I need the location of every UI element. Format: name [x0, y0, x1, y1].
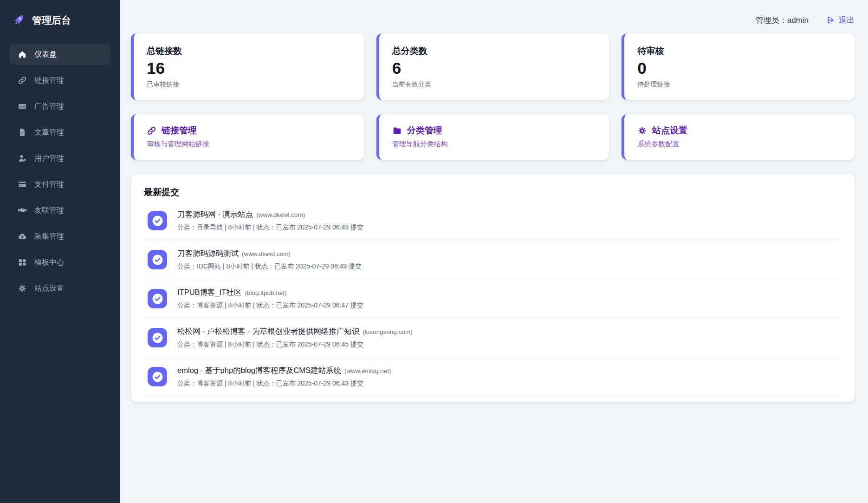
sign-out-icon [826, 16, 835, 25]
rocket-icon [11, 13, 26, 28]
folder-icon [392, 126, 402, 136]
stat-card-total-categories: 总分类数 6 当前有效分类 [376, 33, 609, 100]
gear-icon [17, 284, 27, 293]
submission-domain: (www.dkewl.com) [256, 211, 305, 218]
handshake-icon [17, 206, 27, 215]
sidebar-item-settings[interactable]: 站点设置 [9, 278, 110, 299]
app-logo: 管理后台 [9, 12, 110, 44]
main-content: 管理员：admin 退出 总链接数 16 已审核链接 总分类数 6 当前有效分类… [120, 0, 868, 503]
sidebar-item-articles[interactable]: 文章管理 [9, 122, 110, 143]
action-title: 分类管理 [407, 124, 442, 137]
submission-meta: 分类：IDC网站 | 8小时前 | 状态：已发布 2025-07-29 06:4… [177, 262, 362, 271]
submission-meta: 分类：博客资源 | 8小时前 | 状态：已发布 2025-07-29 06:45… [177, 340, 413, 349]
submission-list-item: 刀客源码网 - 演示站点(www.dkewl.com) 分类：目录导航 | 8小… [144, 201, 842, 240]
sidebar-item-label: 用户管理 [34, 154, 64, 163]
sidebar-item-templates[interactable]: 模板中心 [9, 252, 110, 273]
check-badge [148, 367, 167, 386]
user-gear-icon [17, 154, 27, 163]
submission-title: emlog - 基于php的blog博客程序及CMS建站系统 [177, 366, 341, 374]
stat-title: 总分类数 [392, 45, 596, 57]
action-subtitle: 审核与管理网站链接 [147, 140, 351, 149]
check-circle-icon [152, 215, 163, 227]
sidebar-item-users[interactable]: 用户管理 [9, 148, 110, 169]
check-circle-icon [152, 254, 163, 266]
check-badge [148, 250, 167, 269]
latest-submissions-heading: 最新提交 [144, 186, 842, 198]
logout-button[interactable]: 退出 [826, 15, 855, 26]
sidebar-item-links[interactable]: 链接管理 [9, 70, 110, 91]
cloud-download-icon [17, 232, 27, 241]
grid-icon [17, 258, 27, 267]
stat-value: 16 [147, 59, 351, 78]
stat-subtitle: 待处理链接 [637, 80, 842, 89]
stat-title: 总链接数 [147, 45, 351, 57]
check-badge [148, 211, 167, 230]
stat-subtitle: 当前有效分类 [392, 80, 596, 89]
quick-actions-row: 链接管理 审核与管理网站链接 分类管理 管理导航分类结构 站点设置 系统参数配置 [131, 114, 855, 160]
sidebar-item-friend-links[interactable]: 友联管理 [9, 200, 110, 221]
action-card-site-settings[interactable]: 站点设置 系统参数配置 [622, 114, 855, 160]
stat-value: 0 [637, 59, 842, 78]
submission-list-item: ITPUB博客_IT社区(blog.itpub.net) 分类：博客资源 | 8… [144, 279, 842, 318]
action-title: 链接管理 [162, 124, 197, 137]
home-icon [17, 50, 27, 59]
submission-domain: (www.emlog.net) [344, 367, 391, 374]
check-badge [148, 289, 167, 308]
action-card-link-management[interactable]: 链接管理 审核与管理网站链接 [131, 114, 364, 160]
sidebar-item-collection[interactable]: 采集管理 [9, 226, 110, 247]
latest-submissions-card: 最新提交 刀客源码网 - 演示站点(www.dkewl.com) 分类：目录导航… [131, 174, 855, 402]
action-subtitle: 系统参数配置 [637, 140, 842, 149]
admin-label: 管理员：admin [756, 15, 809, 26]
sidebar-item-ads[interactable]: Ad 广告管理 [9, 96, 110, 117]
sidebar-item-payments[interactable]: 支付管理 [9, 174, 110, 195]
submission-meta: 分类：博客资源 | 8小时前 | 状态：已发布 2025-07-29 06:47… [177, 301, 363, 310]
sidebar-item-dashboard[interactable]: 仪表盘 [9, 44, 110, 65]
submission-meta: 分类：博客资源 | 8小时前 | 状态：已发布 2025-07-29 06:43… [177, 379, 391, 388]
check-circle-icon [152, 293, 163, 305]
sidebar-item-label: 模板中心 [34, 258, 64, 268]
sidebar-item-label: 仪表盘 [34, 50, 57, 59]
sidebar-item-label: 支付管理 [34, 180, 64, 189]
submission-title: ITPUB博客_IT社区 [177, 288, 241, 296]
action-title: 站点设置 [652, 124, 687, 137]
submission-title: 刀客源码网 - 演示站点 [177, 210, 253, 218]
link-icon [147, 126, 156, 136]
sidebar: 管理后台 仪表盘 链接管理 Ad 广告管理 [0, 0, 120, 503]
submission-domain: (blog.itpub.net) [245, 289, 286, 296]
submission-title: 松松网 - 卢松松博客 - 为草根创业者提供网络推广知识 [177, 327, 359, 335]
app-title: 管理后台 [32, 14, 71, 27]
stat-subtitle: 已审核链接 [147, 80, 351, 89]
action-subtitle: 管理导航分类结构 [392, 140, 596, 149]
ad-icon: Ad [17, 102, 27, 111]
logout-label: 退出 [839, 15, 855, 26]
credit-card-icon [17, 180, 27, 189]
sidebar-menu: 仪表盘 链接管理 Ad 广告管理 文章管理 [9, 44, 110, 299]
submission-list-item: 松松网 - 卢松松博客 - 为草根创业者提供网络推广知识(lusongsong.… [144, 318, 842, 357]
sidebar-item-label: 链接管理 [34, 76, 64, 85]
topbar: 管理员：admin 退出 [131, 0, 855, 33]
check-circle-icon [152, 371, 163, 383]
sidebar-item-label: 文章管理 [34, 128, 64, 137]
article-icon [17, 128, 27, 137]
check-badge [148, 328, 167, 347]
gear-icon [637, 126, 647, 136]
stat-card-pending-review: 待审核 0 待处理链接 [622, 33, 855, 100]
submission-title: 刀客源码源码测试 [177, 249, 239, 257]
submission-meta: 分类：目录导航 | 8小时前 | 状态：已发布 2025-07-29 06:49… [177, 223, 363, 232]
stat-title: 待审核 [637, 45, 842, 57]
submission-list-item: emlog - 基于php的blog博客程序及CMS建站系统(www.emlog… [144, 357, 842, 396]
sidebar-item-label: 友联管理 [34, 206, 64, 216]
sidebar-item-label: 采集管理 [34, 232, 64, 242]
check-circle-icon [152, 332, 163, 344]
sidebar-item-label: 站点设置 [34, 284, 64, 294]
stat-value: 6 [392, 59, 596, 78]
stats-row: 总链接数 16 已审核链接 总分类数 6 当前有效分类 待审核 0 待处理链接 [131, 33, 855, 100]
action-card-category-management[interactable]: 分类管理 管理导航分类结构 [376, 114, 609, 160]
svg-text:Ad: Ad [20, 105, 25, 109]
stat-card-total-links: 总链接数 16 已审核链接 [131, 33, 364, 100]
submission-domain: (lusongsong.com) [363, 328, 412, 335]
link-icon [17, 76, 27, 85]
submission-domain: (www.dkewl.com) [242, 250, 291, 257]
submission-list-item: 刀客源码源码测试(www.dkewl.com) 分类：IDC网站 | 8小时前 … [144, 240, 842, 279]
sidebar-item-label: 广告管理 [34, 102, 64, 111]
